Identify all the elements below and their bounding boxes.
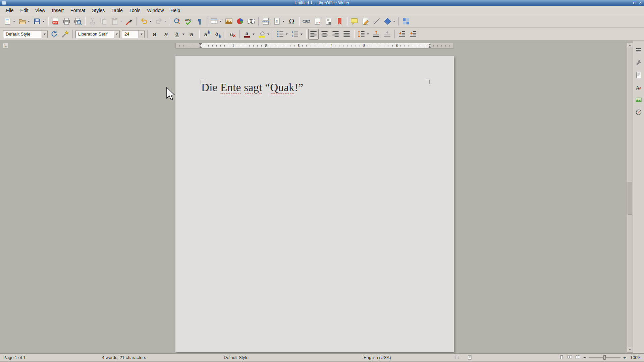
view-single-page-button[interactable] xyxy=(559,355,565,360)
sidebar-tab-styles[interactable]: A xyxy=(635,84,642,91)
insert-table-button[interactable] xyxy=(209,16,223,27)
right-indent-marker[interactable] xyxy=(428,46,431,48)
font-color-dropdown-arrow[interactable] xyxy=(252,29,255,39)
tab-stop-selector[interactable]: L xyxy=(3,43,8,49)
insert-page-break-button[interactable] xyxy=(261,16,271,27)
insert-endnote-button[interactable] xyxy=(323,16,334,27)
paragraph-style-combobox[interactable]: Default Style xyxy=(3,30,48,38)
export-pdf-button[interactable]: PDF xyxy=(50,16,61,27)
document-modified-icon[interactable] xyxy=(467,355,473,360)
zoom-slider-thumb[interactable] xyxy=(603,355,606,360)
zoom-out-button[interactable]: − xyxy=(583,355,586,360)
print-button[interactable] xyxy=(61,16,72,27)
para-space-increase-button[interactable] xyxy=(371,29,381,40)
insert-field-button[interactable]: # xyxy=(272,16,286,27)
new-document-dropdown-arrow[interactable] xyxy=(12,16,15,26)
zoom-in-button[interactable]: + xyxy=(623,355,626,360)
horizontal-ruler[interactable]: 1234567 xyxy=(175,43,454,49)
highlight-color-button[interactable] xyxy=(257,29,271,40)
track-changes-button[interactable] xyxy=(360,16,371,27)
vertical-scrollbar[interactable]: ▲ ▼ xyxy=(627,42,633,353)
insert-textbox-button[interactable]: T xyxy=(246,16,256,27)
selection-mode-icon[interactable] xyxy=(454,355,460,360)
underline-dropdown-arrow[interactable] xyxy=(182,29,185,39)
document-text[interactable]: Die Ente sagt “Quak!” xyxy=(201,80,434,95)
undo-button[interactable] xyxy=(139,16,153,27)
subscript-button[interactable]: ab xyxy=(212,29,223,40)
zoom-slider[interactable] xyxy=(589,357,621,358)
font-size-combobox[interactable]: 24 xyxy=(122,30,145,38)
insert-footnote-button[interactable]: * xyxy=(312,16,323,27)
bold-button[interactable]: a xyxy=(150,29,160,40)
line-spacing-dropdown-arrow[interactable] xyxy=(366,29,369,39)
menu-insert[interactable]: Insert xyxy=(49,7,67,14)
sidebar-tab-properties[interactable] xyxy=(635,59,642,66)
find-replace-button[interactable] xyxy=(172,16,182,27)
underline-button[interactable]: a xyxy=(172,29,186,40)
word-count-status[interactable]: 4 words, 21 characters xyxy=(102,355,146,360)
formatting-marks-button[interactable]: ¶ xyxy=(194,16,205,27)
left-indent-marker[interactable] xyxy=(199,46,202,48)
open-dropdown-arrow[interactable] xyxy=(27,16,30,26)
font-name-dropdown-arrow[interactable] xyxy=(114,31,119,38)
font-color-button[interactable]: a xyxy=(242,29,256,40)
bullets-button[interactable] xyxy=(275,29,289,40)
menu-help[interactable]: Help xyxy=(167,7,183,14)
menu-file[interactable]: File xyxy=(3,7,17,14)
restore-window-button[interactable] xyxy=(633,2,636,4)
font-size-dropdown-arrow[interactable] xyxy=(139,31,144,38)
line-spacing-button[interactable] xyxy=(356,29,370,40)
clone-formatting-button[interactable] xyxy=(124,16,135,27)
insert-bookmark-button[interactable] xyxy=(334,16,345,27)
page-number-status[interactable]: Page 1 of 1 xyxy=(3,355,26,360)
scrollbar-thumb[interactable] xyxy=(628,182,632,215)
undo-dropdown-arrow[interactable] xyxy=(149,16,152,26)
insert-comment-button[interactable] xyxy=(349,16,360,27)
page-style-status[interactable]: Default Style xyxy=(224,355,249,360)
justify-button[interactable] xyxy=(341,29,352,40)
basic-shapes-dropdown-arrow[interactable] xyxy=(392,16,395,26)
basic-shapes-button[interactable] xyxy=(382,16,396,27)
align-center-button[interactable] xyxy=(319,29,330,40)
numbering-dropdown-arrow[interactable] xyxy=(300,29,303,39)
italic-button[interactable]: a xyxy=(161,29,171,40)
bullets-dropdown-arrow[interactable] xyxy=(285,29,288,39)
save-dropdown-arrow[interactable] xyxy=(42,16,45,26)
clear-formatting-button[interactable]: a xyxy=(227,29,237,40)
close-window-button[interactable]: ✕ xyxy=(639,1,642,5)
font-name-combobox[interactable]: Liberation Serif xyxy=(75,30,120,38)
scroll-up-arrow[interactable]: ▲ xyxy=(627,43,633,48)
menu-view[interactable]: View xyxy=(32,7,49,14)
view-book-button[interactable] xyxy=(575,355,581,360)
insert-chart-button[interactable] xyxy=(235,16,245,27)
insert-field-dropdown-arrow[interactable] xyxy=(282,16,285,26)
highlight-color-dropdown-arrow[interactable] xyxy=(267,29,270,39)
menu-edit[interactable]: Edit xyxy=(17,7,32,14)
menu-table[interactable]: Table xyxy=(108,7,126,14)
insert-image-button[interactable] xyxy=(224,16,234,27)
spelling-button[interactable]: Abc xyxy=(183,16,194,27)
indent-increase-button[interactable] xyxy=(397,29,407,40)
paragraph-style-dropdown-arrow[interactable] xyxy=(42,31,47,38)
strikethrough-button[interactable]: a xyxy=(186,29,197,40)
menu-format[interactable]: Format xyxy=(67,7,89,14)
save-button[interactable] xyxy=(32,16,46,27)
first-line-indent-marker[interactable] xyxy=(199,43,202,45)
menu-window[interactable]: Window xyxy=(144,7,167,14)
menu-tools[interactable]: Tools xyxy=(126,7,144,14)
insert-hyperlink-button[interactable] xyxy=(301,16,312,27)
insert-table-dropdown-arrow[interactable] xyxy=(219,16,222,26)
menu-styles[interactable]: Styles xyxy=(89,7,108,14)
zoom-level-label[interactable]: 100% xyxy=(629,355,641,360)
sidebar-tab-navigator[interactable] xyxy=(635,109,642,116)
new-document-button[interactable] xyxy=(2,16,16,27)
document-page[interactable]: Die Ente sagt “Quak!” xyxy=(175,56,454,352)
scroll-down-arrow[interactable]: ▼ xyxy=(627,347,633,352)
open-button[interactable] xyxy=(17,16,31,27)
superscript-button[interactable]: ab xyxy=(201,29,212,40)
insert-special-character-button[interactable]: Ω xyxy=(286,16,297,27)
align-left-button[interactable] xyxy=(308,29,319,40)
indent-decrease-button[interactable] xyxy=(408,29,418,40)
align-right-button[interactable] xyxy=(330,29,341,40)
update-style-button[interactable] xyxy=(49,29,59,40)
